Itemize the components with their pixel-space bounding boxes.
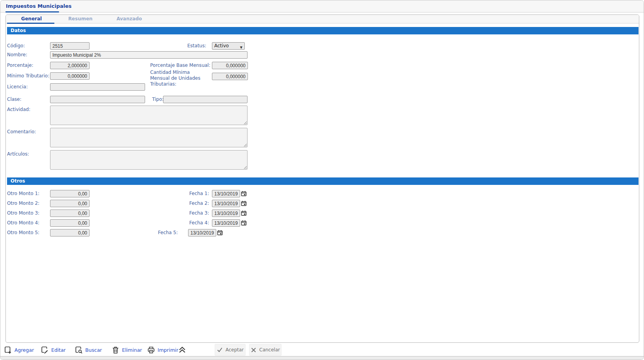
otro-monto-5-input[interactable] [50, 229, 90, 236]
x-icon [251, 347, 257, 353]
licencia-input[interactable] [50, 83, 145, 91]
actividad-textarea[interactable] [50, 106, 248, 125]
tipo-label: Tipo: [152, 97, 163, 102]
edit-record-icon [41, 346, 49, 354]
calendar-icon[interactable] [241, 191, 247, 197]
printer-icon [147, 346, 155, 354]
estatus-select[interactable]: Activo ▼ [212, 42, 245, 50]
main-panel: General Resumen Avanzado Datos Código: E… [5, 14, 639, 343]
trash-icon [111, 346, 120, 354]
fecha-1-label: Fecha 1: [189, 191, 209, 197]
tab-general-label: General [21, 16, 42, 21]
agregar-button[interactable]: Agregar [4, 346, 34, 354]
search-record-icon [75, 346, 83, 354]
imprimir-label: Imprimir [158, 347, 178, 353]
tab-avanzado-label: Avanzado [117, 16, 142, 21]
estatus-label: Estatus: [187, 43, 206, 49]
window-tab-strip: Impuestos Municipales [0, 0, 644, 13]
aceptar-button[interactable]: Aceptar [215, 344, 246, 356]
nombre-input[interactable] [50, 51, 248, 59]
select-dropdown-arrow-icon: ▼ [240, 44, 242, 51]
check-icon [217, 347, 223, 353]
fecha-4-label: Fecha 4: [189, 220, 209, 226]
aceptar-label: Aceptar [226, 347, 244, 353]
licencia-label: Licencia: [7, 84, 28, 90]
comentario-label: Comentario: [7, 129, 36, 135]
editar-button[interactable]: Editar [41, 346, 66, 354]
window-tab-impuestos-municipales[interactable]: Impuestos Municipales [6, 3, 72, 9]
cancelar-label: Cancelar [259, 347, 280, 353]
imprimir-button[interactable]: Imprimir [147, 346, 178, 354]
articulos-textarea[interactable] [50, 150, 248, 170]
codigo-input[interactable] [50, 42, 90, 50]
buscar-button[interactable]: Buscar [75, 346, 102, 354]
fecha-2-input[interactable] [212, 200, 240, 207]
tab-resumen[interactable]: Resumen [56, 15, 105, 23]
otro-monto-4-label: Otro Monto 4: [7, 220, 39, 226]
fecha-2-label: Fecha 2: [189, 201, 209, 206]
calendar-icon[interactable] [241, 201, 247, 206]
buscar-label: Buscar [85, 347, 102, 353]
clase-label: Clase: [7, 97, 22, 102]
otro-monto-1-label: Otro Monto 1: [7, 191, 39, 197]
eliminar-label: Eliminar [122, 347, 142, 353]
otro-monto-4-input[interactable] [50, 219, 90, 227]
cantidad-minima-mensual-label: Cantidad Mínima Mensual de Unidades Trib… [150, 70, 210, 87]
cantidad-minima-mensual-input[interactable] [212, 73, 248, 80]
minimo-tributario-input[interactable] [50, 72, 90, 80]
otro-monto-2-label: Otro Monto 2: [7, 201, 39, 206]
codigo-label: Código: [7, 43, 25, 49]
estatus-selected-value: Activo [214, 43, 229, 48]
calendar-icon[interactable] [241, 210, 247, 216]
tab-general[interactable]: General [7, 15, 56, 23]
section-header-datos: Datos [7, 27, 639, 34]
tipo-input[interactable] [163, 96, 248, 103]
minimo-tributario-label: Mínimo Tributario: [7, 73, 49, 79]
form-tabstrip: General Resumen Avanzado [6, 15, 639, 23]
calendar-icon[interactable] [217, 230, 223, 236]
eliminar-button[interactable]: Eliminar [111, 346, 142, 354]
calendar-icon[interactable] [241, 220, 247, 226]
actividad-label: Actividad: [7, 107, 30, 113]
otro-monto-3-label: Otro Monto 3: [7, 210, 39, 216]
otro-monto-3-input[interactable] [50, 210, 90, 217]
porcentaje-label: Porcentaje: [7, 63, 33, 68]
otro-monto-1-input[interactable] [50, 190, 90, 197]
editar-label: Editar [51, 347, 66, 353]
tab-resumen-label: Resumen [68, 16, 92, 21]
clase-input[interactable] [50, 96, 145, 103]
collapse-toolbar-button[interactable] [178, 346, 187, 354]
footer-strip [0, 356, 644, 360]
fecha-4-input[interactable] [212, 219, 240, 227]
window-tab-active-underline [5, 11, 59, 13]
section-header-otros: Otros [7, 177, 639, 185]
porcentaje-base-mensual-input[interactable] [212, 62, 248, 69]
tab-general-underline [7, 23, 54, 24]
articulos-label: Artículos: [7, 151, 29, 157]
fecha-1-input[interactable] [212, 190, 240, 197]
add-record-icon [4, 346, 12, 354]
app-window: Impuestos Municipales General Resumen Av… [0, 0, 644, 360]
nombre-label: Nombre: [7, 52, 27, 58]
fecha-3-label: Fecha 3: [189, 210, 209, 216]
fecha-5-label: Fecha 5: [158, 230, 178, 236]
otro-monto-2-input[interactable] [50, 200, 90, 207]
fecha-3-input[interactable] [212, 210, 240, 217]
fecha-5-input[interactable] [188, 229, 216, 236]
comentario-textarea[interactable] [50, 128, 248, 147]
cancelar-button[interactable]: Cancelar [249, 344, 282, 356]
double-chevron-up-icon [178, 346, 187, 354]
tab-avanzado[interactable]: Avanzado [105, 15, 154, 23]
otro-monto-5-label: Otro Monto 5: [7, 230, 39, 236]
agregar-label: Agregar [14, 347, 34, 353]
porcentaje-base-mensual-label: Porcentaje Base Mensual: [150, 63, 210, 68]
bottom-toolbar: Agregar Editar Buscar Eliminar Imprimir … [0, 343, 644, 357]
porcentaje-input[interactable] [50, 62, 90, 69]
